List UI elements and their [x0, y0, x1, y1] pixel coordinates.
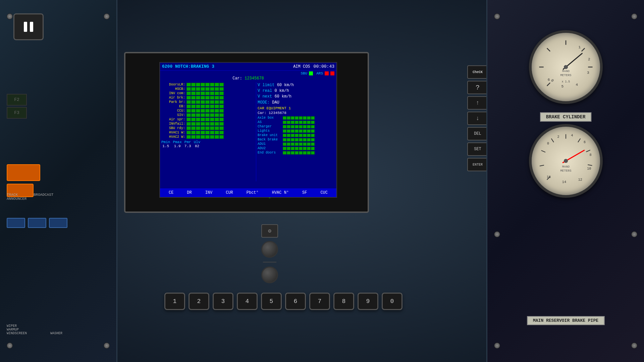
- f2-button[interactable]: F2: [7, 94, 27, 106]
- svg-text:x 1.5: x 1.5: [561, 80, 570, 83]
- tab-inv[interactable]: INV: [204, 190, 214, 195]
- status-cell-1-3: [201, 87, 205, 91]
- equip-cell-4-3: [295, 134, 299, 137]
- top-gauge-svg: 0 1 2 3 4 5 6 MANO METERS x 1.5: [532, 33, 600, 101]
- down-button[interactable]: ↓: [467, 112, 488, 125]
- status-grid-2: [186, 92, 224, 95]
- knob-lower[interactable]: [261, 266, 278, 283]
- svg-text:0: 0: [547, 142, 549, 145]
- key-3[interactable]: 3: [213, 293, 233, 310]
- broadcast-label: BROADCAST: [34, 193, 53, 197]
- equip-cell-7-6: [307, 147, 311, 150]
- tab-pbct[interactable]: Pbct°: [245, 190, 260, 195]
- tab-hvacn[interactable]: HVAC N°: [271, 190, 290, 195]
- status-cell-6-5: [210, 109, 214, 113]
- equip-cell-7-0: [283, 147, 286, 150]
- equip-row-6: ADU1: [258, 142, 335, 146]
- key-4[interactable]: 4: [237, 293, 258, 310]
- status-cell-10-6: [215, 126, 219, 130]
- status-cell-6-4: [205, 109, 210, 113]
- status-row-11: HVAC1 W:: [161, 131, 255, 134]
- tab-cur[interactable]: CUR: [224, 190, 234, 195]
- key-5[interactable]: 5: [261, 293, 282, 310]
- tab-sf[interactable]: SF: [301, 190, 308, 195]
- del-button[interactable]: DEL: [467, 127, 488, 140]
- key-0[interactable]: 0: [382, 293, 402, 310]
- equip-label-1: AS: [258, 120, 283, 124]
- key-9[interactable]: 9: [358, 293, 378, 310]
- pmax-value: 1.9: [173, 144, 181, 148]
- status-cell-7-6: [215, 113, 219, 117]
- key-7[interactable]: 7: [309, 293, 330, 310]
- equip-label-7: ADU2: [258, 146, 283, 150]
- status-cell-1-5: [210, 87, 214, 91]
- status-row-0: DoorsLR:: [161, 83, 255, 86]
- svg-text:2: 2: [588, 57, 590, 61]
- f3-button[interactable]: F3: [7, 107, 27, 119]
- status-cell-10-0: [186, 126, 191, 130]
- status-cell-4-4: [205, 100, 210, 104]
- status-grid-1: [186, 87, 224, 91]
- screw-tl: [7, 13, 13, 19]
- mode-value: DAU: [272, 100, 279, 105]
- pmin-pmax-section: Pmin 1.5 Pmax 1.9 Pmr 7.3 Ulv 82: [161, 140, 255, 148]
- blue-btn-1[interactable]: [7, 218, 25, 228]
- screen-header: 6200 NOTCH:BRAKING 3 AIM COS 00:00:43: [160, 63, 336, 71]
- equip-grid-6: [283, 142, 315, 146]
- right-screw-tr: [631, 13, 637, 19]
- tab-ce[interactable]: CE: [167, 190, 175, 195]
- divider: [263, 262, 276, 262]
- equip-grid-4: [283, 134, 315, 137]
- tab-dr[interactable]: DR: [185, 190, 193, 195]
- status-row-8: Air spr:: [161, 118, 255, 121]
- tv-gear-button[interactable]: ⚙: [261, 224, 278, 238]
- equip-cell-0-6: [307, 116, 311, 120]
- knob-upper[interactable]: [261, 241, 278, 258]
- sbu-green-light: [309, 71, 313, 75]
- enter-button[interactable]: ENTER: [467, 158, 488, 171]
- blue-btn-2[interactable]: [28, 218, 46, 228]
- status-label-5: EB:: [161, 105, 186, 108]
- svg-text:3: 3: [587, 71, 589, 75]
- equip-cell-2-0: [283, 125, 286, 128]
- up-button[interactable]: ↑: [467, 96, 488, 110]
- v-next-row: V next 60 km/h: [258, 94, 335, 99]
- equip-cell-3-0: [283, 129, 286, 133]
- equip-cell-4-5: [303, 134, 307, 137]
- key-1[interactable]: 1: [164, 293, 185, 310]
- check-button[interactable]: CheCK: [467, 65, 488, 79]
- ars-red-light-1: [325, 71, 329, 75]
- key-6[interactable]: 6: [285, 293, 306, 310]
- status-cell-2-3: [201, 92, 205, 95]
- set-button[interactable]: SET: [467, 142, 488, 156]
- v-limit-val: 60 km/h: [277, 83, 294, 87]
- equip-cell-5-1: [287, 138, 290, 141]
- status-cell-9-5: [210, 122, 214, 126]
- question-button[interactable]: ?: [467, 81, 488, 94]
- orange-btn-1[interactable]: [7, 164, 40, 181]
- key-8[interactable]: 8: [333, 293, 354, 310]
- status-cell-3-0: [186, 96, 191, 100]
- status-cell-12-2: [196, 135, 200, 139]
- status-cell-1-2: [196, 87, 200, 91]
- status-rows-container: DoorsLR:HSCB:INV com:Air brk:Park br:EB:…: [161, 83, 255, 139]
- v-limit-row: V limit 60 km/h: [258, 83, 335, 87]
- blue-buttons-row: [7, 218, 67, 228]
- pmax-label: Pmax: [173, 140, 181, 144]
- svg-line-24: [586, 150, 590, 152]
- status-cell-7-4: [205, 113, 210, 117]
- equip-label-2: Charger: [258, 125, 283, 128]
- status-cell-12-5: [210, 135, 214, 139]
- equip-cell-2-7: [311, 125, 315, 128]
- equip-cell-4-7: [311, 134, 315, 137]
- screen-main-content: DoorsLR:HSCB:INV com:Air brk:Park br:EB:…: [160, 82, 336, 181]
- status-cell-9-3: [201, 122, 205, 126]
- right-panel: 0 1 2 3 4 5 6 MANO METERS x 1.5 BRA: [486, 0, 644, 362]
- blue-btn-3[interactable]: [49, 218, 67, 228]
- equip-grid-8: [283, 151, 315, 155]
- pause-button[interactable]: [13, 13, 44, 40]
- status-cell-5-0: [186, 105, 191, 108]
- tab-cuc[interactable]: CUC: [319, 190, 329, 195]
- equip-cell-6-6: [307, 142, 311, 146]
- key-2[interactable]: 2: [189, 293, 209, 310]
